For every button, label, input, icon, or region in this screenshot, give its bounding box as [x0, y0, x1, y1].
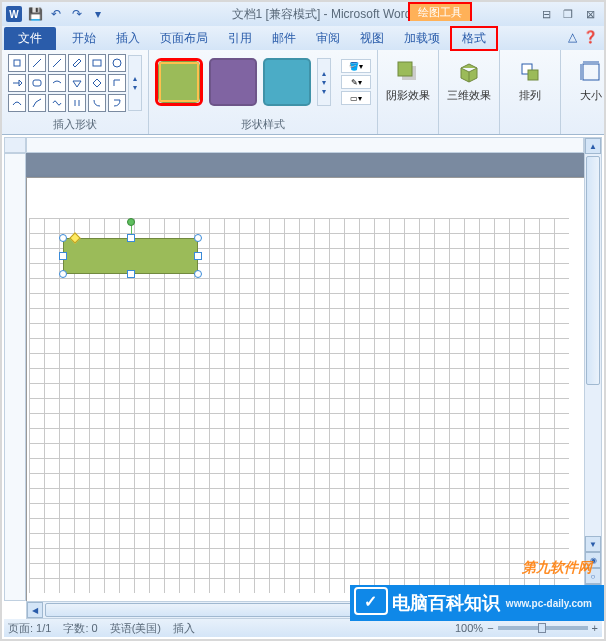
- tab-view[interactable]: 视图: [350, 27, 394, 50]
- shape-style-swatch-green[interactable]: [155, 58, 203, 106]
- shape-cell[interactable]: [88, 54, 106, 72]
- resize-handle[interactable]: [194, 270, 202, 278]
- size-button[interactable]: 大小: [567, 54, 606, 105]
- svg-rect-3: [93, 60, 101, 66]
- shape-cell[interactable]: [8, 74, 26, 92]
- zoom-slider[interactable]: [498, 626, 588, 630]
- svg-rect-9: [528, 70, 538, 80]
- ruler-corner: [4, 137, 26, 153]
- minimize-button[interactable]: ⊟: [536, 6, 556, 22]
- tab-review[interactable]: 审阅: [306, 27, 350, 50]
- shape-cell[interactable]: [108, 94, 126, 112]
- scroll-thumb[interactable]: [586, 156, 600, 385]
- resize-handle[interactable]: [127, 270, 135, 278]
- page[interactable]: [26, 177, 584, 601]
- vertical-ruler[interactable]: [4, 153, 26, 601]
- arrange-button[interactable]: 排列: [506, 54, 554, 105]
- zoom-out-button[interactable]: −: [487, 622, 493, 634]
- watermark-banner: 电脑百科知识 www.pc-daily.com: [350, 585, 604, 621]
- tab-page-layout[interactable]: 页面布局: [150, 27, 218, 50]
- document-area[interactable]: [26, 153, 584, 601]
- tab-mailings[interactable]: 邮件: [262, 27, 306, 50]
- tab-file[interactable]: 文件: [4, 27, 56, 50]
- group-size: 大小: [561, 50, 606, 134]
- word-app-icon: W: [6, 6, 22, 22]
- zoom-slider-thumb[interactable]: [538, 623, 546, 633]
- undo-icon[interactable]: ↶: [47, 5, 65, 23]
- close-button[interactable]: ⊠: [580, 6, 600, 22]
- shape-cell[interactable]: [28, 74, 46, 92]
- titlebar: W 💾 ↶ ↷ ▾ 文档1 [兼容模式] - Microsoft Word 绘图…: [2, 2, 604, 26]
- group-label: 插入形状: [8, 115, 142, 134]
- shadow-icon: [392, 56, 424, 88]
- watermark-text: 第九软件网: [522, 559, 592, 577]
- resize-handle[interactable]: [59, 270, 67, 278]
- collapse-ribbon-icon[interactable]: △: [568, 30, 577, 44]
- status-word-count[interactable]: 字数: 0: [63, 621, 97, 636]
- shape-cell[interactable]: [108, 54, 126, 72]
- svg-line-1: [33, 59, 41, 67]
- ribbon: ▴▾ 插入形状 ▴▾▾ 🪣▾ ✎▾ ▭▾ 形状样式 阴影效: [2, 50, 604, 135]
- horizontal-ruler[interactable]: [26, 137, 584, 153]
- svg-line-2: [53, 59, 61, 67]
- svg-point-4: [113, 59, 121, 67]
- group-shape-styles: ▴▾▾ 🪣▾ ✎▾ ▭▾ 形状样式: [149, 50, 378, 134]
- shape-style-swatch-purple[interactable]: [209, 58, 257, 106]
- 3d-effects-button[interactable]: 三维效果: [445, 54, 493, 105]
- restore-button[interactable]: ❐: [558, 6, 578, 22]
- redo-icon[interactable]: ↷: [68, 5, 86, 23]
- status-insert-mode[interactable]: 插入: [173, 621, 195, 636]
- tab-addins[interactable]: 加载项: [394, 27, 450, 50]
- scroll-left-icon[interactable]: ◀: [27, 602, 43, 618]
- qat-more-icon[interactable]: ▾: [89, 5, 107, 23]
- shape-cell[interactable]: [68, 94, 86, 112]
- shapes-gallery-more[interactable]: ▴▾: [128, 55, 142, 111]
- shape-cell[interactable]: [8, 54, 26, 72]
- shape-cell[interactable]: [68, 74, 86, 92]
- vertical-scrollbar[interactable]: ▲ ▼ ◉ ○ ◉: [584, 137, 602, 601]
- resize-handle[interactable]: [194, 234, 202, 242]
- shape-cell[interactable]: [68, 54, 86, 72]
- shape-cell[interactable]: [48, 94, 66, 112]
- shape-fill-button[interactable]: 🪣▾: [341, 59, 371, 73]
- shape-outline-button[interactable]: ✎▾: [341, 75, 371, 89]
- shape-cell[interactable]: [88, 74, 106, 92]
- resize-handle[interactable]: [59, 234, 67, 242]
- shape-cell[interactable]: [88, 94, 106, 112]
- shape-cell[interactable]: [48, 54, 66, 72]
- group-shadow: 阴影效果: [378, 50, 439, 134]
- shape-cell[interactable]: [28, 94, 46, 112]
- drawing-tools-context-label: 绘图工具: [408, 2, 472, 21]
- shape-style-swatch-teal[interactable]: [263, 58, 311, 106]
- ribbon-tabs: 文件 开始 插入 页面布局 引用 邮件 审阅 视图 加载项 格式 △ ❓: [2, 26, 604, 50]
- scroll-up-icon[interactable]: ▲: [585, 138, 601, 154]
- shape-cell[interactable]: [28, 54, 46, 72]
- group-label: 形状样式: [155, 115, 371, 134]
- tab-format[interactable]: 格式: [450, 26, 498, 51]
- save-icon[interactable]: 💾: [26, 5, 44, 23]
- status-bar: 页面: 1/1 字数: 0 英语(美国) 插入 100% − +: [4, 619, 602, 637]
- shape-cell[interactable]: [8, 94, 26, 112]
- shapes-grid: [8, 54, 126, 112]
- shape-cell[interactable]: [48, 74, 66, 92]
- zoom-percent[interactable]: 100%: [455, 622, 483, 634]
- shadow-effects-button[interactable]: 阴影效果: [384, 54, 432, 105]
- status-page[interactable]: 页面: 1/1: [8, 621, 51, 636]
- change-shape-button[interactable]: ▭▾: [341, 91, 371, 105]
- selected-shape-rounded-rect[interactable]: [63, 238, 198, 274]
- rotate-handle[interactable]: [127, 218, 135, 226]
- resize-handle[interactable]: [127, 234, 135, 242]
- tab-home[interactable]: 开始: [62, 27, 106, 50]
- resize-handle[interactable]: [194, 252, 202, 260]
- status-language[interactable]: 英语(美国): [110, 621, 161, 636]
- shape-body[interactable]: [63, 238, 198, 274]
- scroll-down-icon[interactable]: ▼: [585, 536, 601, 552]
- tab-references[interactable]: 引用: [218, 27, 262, 50]
- shape-cell[interactable]: [108, 74, 126, 92]
- resize-handle[interactable]: [59, 252, 67, 260]
- help-icon[interactable]: ❓: [583, 30, 598, 44]
- arrange-icon: [514, 56, 546, 88]
- tab-insert[interactable]: 插入: [106, 27, 150, 50]
- zoom-in-button[interactable]: +: [592, 622, 598, 634]
- styles-gallery-more[interactable]: ▴▾▾: [317, 58, 331, 106]
